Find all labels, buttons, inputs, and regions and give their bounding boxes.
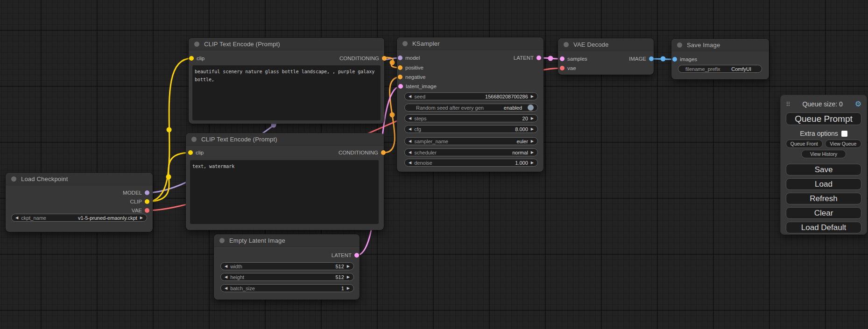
arrow-right-icon[interactable]: ▶ xyxy=(347,275,350,279)
settings-gear-icon[interactable]: ⚙ xyxy=(855,100,861,108)
sampler-name-widget[interactable]: ◀ sampler_name euler ▶ xyxy=(404,137,538,145)
node-clip-text-encode-positive[interactable]: CLIP Text Encode (Prompt) clip CONDITION… xyxy=(189,38,384,124)
scheduler-widget[interactable]: ◀ scheduler normal ▶ xyxy=(404,148,538,156)
output-latent[interactable]: LATENT xyxy=(514,55,541,61)
queue-panel[interactable]: ⠿ Queue size: 0 ⚙ Queue Prompt Extra opt… xyxy=(780,95,867,235)
toggle-enabled-icon[interactable] xyxy=(528,105,534,111)
output-vae[interactable]: VAE xyxy=(132,207,149,214)
arrow-left-icon[interactable]: ◀ xyxy=(225,287,227,290)
latent-port-icon[interactable] xyxy=(398,84,403,89)
height-widget[interactable]: ◀ height 512 ▶ xyxy=(220,273,354,281)
batch-size-widget[interactable]: ◀ batch_size 1 ▶ xyxy=(220,284,354,292)
denoise-widget[interactable]: ◀ denoise 1.000 ▶ xyxy=(404,159,538,167)
arrow-left-icon[interactable]: ◀ xyxy=(409,127,411,131)
queue-front-button[interactable]: Queue Front xyxy=(786,140,823,148)
negative-prompt-textarea[interactable]: text, watermark xyxy=(190,160,379,224)
arrow-left-icon[interactable]: ◀ xyxy=(225,265,227,268)
width-widget[interactable]: ◀ width 512 ▶ xyxy=(220,262,354,270)
arrow-left-icon[interactable]: ◀ xyxy=(409,151,411,154)
arrow-left-icon[interactable]: ◀ xyxy=(409,161,411,165)
arrow-left-icon[interactable]: ◀ xyxy=(409,140,411,143)
node-clip-text-encode-negative[interactable]: CLIP Text Encode (Prompt) clip CONDITION… xyxy=(186,133,384,230)
latent-port-icon[interactable] xyxy=(354,253,359,258)
input-positive[interactable]: positive xyxy=(398,64,423,71)
save-button[interactable]: Save xyxy=(786,164,861,175)
widget-value: 512 xyxy=(335,264,344,269)
conditioning-port-icon[interactable] xyxy=(398,75,402,79)
input-images[interactable]: images xyxy=(672,56,697,63)
input-vae[interactable]: vae xyxy=(560,65,576,71)
drag-handle-icon[interactable]: ⠿ xyxy=(786,101,790,108)
arrow-right-icon[interactable]: ▶ xyxy=(531,140,534,143)
output-clip[interactable]: CLIP xyxy=(130,198,149,205)
input-model[interactable]: model xyxy=(398,55,420,61)
conditioning-port-icon[interactable] xyxy=(382,56,387,61)
node-title-bar[interactable]: CLIP Text Encode (Prompt) xyxy=(186,133,384,146)
node-load-checkpoint[interactable]: Load Checkpoint MODEL CLIP VAE ◀ ckpt_na… xyxy=(6,173,153,232)
arrow-left-icon[interactable]: ◀ xyxy=(15,216,18,220)
node-title-bar[interactable]: KSampler xyxy=(397,37,543,50)
input-negative[interactable]: negative xyxy=(398,74,425,80)
comfyui-canvas[interactable]: { "colors": { "model": "#B39DDB", "clip"… xyxy=(0,0,868,329)
clip-port-icon[interactable] xyxy=(188,150,193,155)
clip-port-icon[interactable] xyxy=(145,199,149,204)
node-title-bar[interactable]: Empty Latent Image xyxy=(214,234,360,247)
output-model[interactable]: MODEL xyxy=(123,189,149,196)
widget-value: ComfyUI xyxy=(731,66,751,72)
view-history-button[interactable]: View History xyxy=(801,150,846,158)
filename-prefix-widget[interactable]: filename_prefix ComfyUI xyxy=(678,65,762,73)
queue-prompt-button[interactable]: Queue Prompt xyxy=(786,112,861,125)
input-clip[interactable]: clip xyxy=(189,55,205,62)
vae-port-icon[interactable] xyxy=(145,208,149,213)
clip-port-icon[interactable] xyxy=(189,56,194,61)
arrow-right-icon[interactable]: ▶ xyxy=(347,265,350,268)
input-latent-image[interactable]: latent_image xyxy=(398,83,437,90)
seed-widget[interactable]: ◀ seed 156680208700286 ▶ xyxy=(404,92,538,100)
input-clip[interactable]: clip xyxy=(188,149,204,156)
image-port-icon[interactable] xyxy=(649,56,654,61)
ckpt-name-widget[interactable]: ◀ ckpt_name v1-5-pruned-emaonly.ckpt ▶ xyxy=(11,214,147,222)
arrow-right-icon[interactable]: ▶ xyxy=(531,95,534,98)
arrow-right-icon[interactable]: ▶ xyxy=(531,161,534,165)
node-title-bar[interactable]: CLIP Text Encode (Prompt) xyxy=(189,38,384,50)
load-button[interactable]: Load xyxy=(786,178,861,190)
node-title-bar[interactable]: VAE Decode xyxy=(558,38,654,51)
node-vae-decode[interactable]: VAE Decode samples vae IMAGE xyxy=(558,38,654,75)
arrow-right-icon[interactable]: ▶ xyxy=(531,127,534,131)
output-conditioning[interactable]: CONDITIONING xyxy=(339,55,387,62)
model-port-icon[interactable] xyxy=(398,56,402,60)
conditioning-port-icon[interactable] xyxy=(398,65,402,70)
cfg-widget[interactable]: ◀ cfg 8.000 ▶ xyxy=(404,125,538,133)
arrow-left-icon[interactable]: ◀ xyxy=(225,275,227,279)
image-port-icon[interactable] xyxy=(672,57,677,62)
model-port-icon[interactable] xyxy=(145,190,149,195)
extra-options-checkbox[interactable] xyxy=(841,131,847,137)
widget-label: cfg xyxy=(414,126,421,132)
node-save-image[interactable]: Save Image images filename_prefix ComfyU… xyxy=(671,39,769,79)
steps-widget[interactable]: ◀ steps 20 ▶ xyxy=(404,114,538,122)
output-image[interactable]: IMAGE xyxy=(629,56,654,62)
output-conditioning[interactable]: CONDITIONING xyxy=(339,149,386,156)
arrow-left-icon[interactable]: ◀ xyxy=(409,117,411,120)
arrow-right-icon[interactable]: ▶ xyxy=(347,287,350,290)
latent-port-icon[interactable] xyxy=(536,56,541,60)
node-title-bar[interactable]: Save Image xyxy=(671,39,769,51)
output-latent[interactable]: LATENT xyxy=(332,252,359,259)
arrow-right-icon[interactable]: ▶ xyxy=(140,216,143,220)
node-empty-latent-image[interactable]: Empty Latent Image LATENT ◀ width 512 ▶ … xyxy=(214,234,360,300)
random-seed-toggle-widget[interactable]: Random seed after every gen enabled xyxy=(404,104,538,112)
node-title-bar[interactable]: Load Checkpoint xyxy=(6,173,153,185)
refresh-button[interactable]: Refresh xyxy=(786,193,861,204)
load-default-button[interactable]: Load Default xyxy=(786,222,861,233)
node-ksampler[interactable]: KSampler model positive negative latent_… xyxy=(397,37,543,172)
arrow-right-icon[interactable]: ▶ xyxy=(531,151,534,154)
arrow-right-icon[interactable]: ▶ xyxy=(531,117,534,120)
clear-button[interactable]: Clear xyxy=(786,207,861,219)
latent-port-icon[interactable] xyxy=(560,56,565,61)
conditioning-port-icon[interactable] xyxy=(381,150,386,155)
vae-port-icon[interactable] xyxy=(560,66,565,70)
arrow-left-icon[interactable]: ◀ xyxy=(409,95,411,98)
positive-prompt-textarea[interactable]: beautiful scenery nature glass bottle la… xyxy=(192,65,381,120)
input-samples[interactable]: samples xyxy=(560,56,587,62)
view-queue-button[interactable]: View Queue xyxy=(825,140,862,148)
